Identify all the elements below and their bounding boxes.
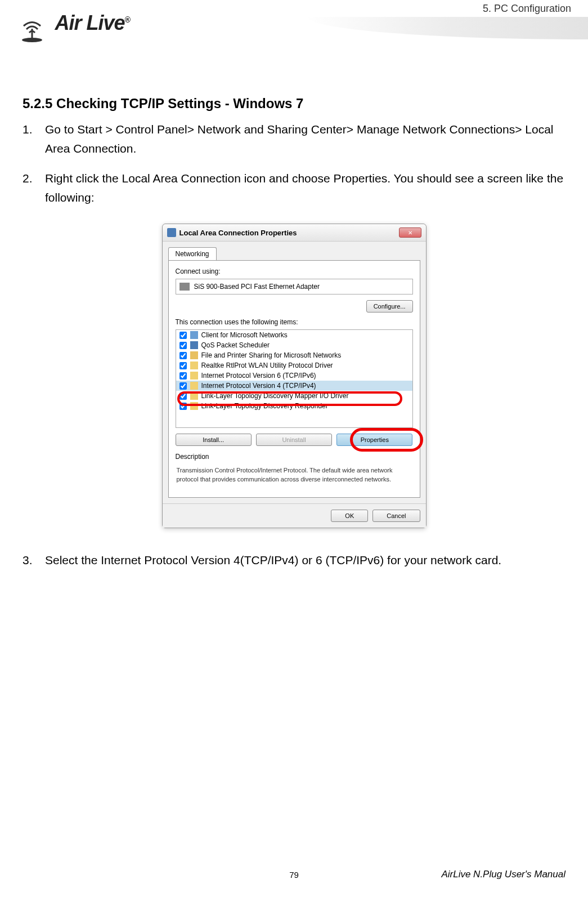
network-icon xyxy=(167,228,176,237)
logo-text: Air Live® xyxy=(55,11,129,34)
item-checkbox[interactable] xyxy=(179,403,187,410)
list-item[interactable]: Internet Protocol Version 6 (TCP/IPv6) xyxy=(176,371,412,381)
page-number: 79 xyxy=(289,870,299,880)
chapter-label: 5. PC Configuration xyxy=(483,3,571,15)
list-item[interactable]: QoS Packet Scheduler xyxy=(176,340,412,350)
item-label: Internet Protocol Version 4 (TCP/IPv4) xyxy=(201,382,316,390)
uninstall-button[interactable]: Uninstall xyxy=(256,434,332,446)
item-label: Internet Protocol Version 6 (TCP/IPv6) xyxy=(201,372,316,380)
item-label: Link-Layer Topology Discovery Mapper I/O… xyxy=(201,392,349,400)
connect-using-label: Connect using: xyxy=(176,267,413,275)
item-label: Realtke RtlProt WLAN Utility Protocol Dr… xyxy=(201,362,333,369)
configure-button[interactable]: Configure... xyxy=(366,300,413,313)
adapter-icon xyxy=(179,283,190,291)
adapter-name: SiS 900-Based PCI Fast Ethernet Adapter xyxy=(194,283,320,291)
step-number: 3. xyxy=(23,551,45,570)
list-item[interactable]: Realtke RtlProt WLAN Utility Protocol Dr… xyxy=(176,360,412,371)
logo-area: Air Live® xyxy=(17,11,130,43)
dialog-title: Local Area Connection Properties xyxy=(179,229,297,237)
item-checkbox[interactable] xyxy=(179,342,187,349)
manual-label: AirLive N.Plug User's Manual xyxy=(441,869,565,880)
dialog-titlebar: Local Area Connection Properties ✕ xyxy=(163,224,426,242)
protocol-icon xyxy=(190,372,198,380)
description-text: Transmission Control Protocol/Internet P… xyxy=(176,464,413,486)
list-item[interactable]: Link-Layer Topology Discovery Responder xyxy=(176,401,412,411)
list-item[interactable]: Client for Microsoft Networks xyxy=(176,330,412,340)
close-button[interactable]: ✕ xyxy=(399,227,421,238)
item-checkbox[interactable] xyxy=(179,362,187,369)
item-checkbox[interactable] xyxy=(179,352,187,359)
item-checkbox[interactable] xyxy=(179,332,187,339)
item-label: Client for Microsoft Networks xyxy=(201,331,288,339)
svg-point-0 xyxy=(22,38,42,42)
install-button[interactable]: Install... xyxy=(176,434,252,446)
list-item[interactable]: Link-Layer Topology Discovery Mapper I/O… xyxy=(176,391,412,401)
description-label: Description xyxy=(176,453,413,461)
step-item: 2. Right click the Local Area Connection… xyxy=(23,169,565,207)
properties-dialog: Local Area Connection Properties ✕ Netwo… xyxy=(162,224,427,528)
protocol-icon xyxy=(190,392,198,400)
logo-brand: Air Live xyxy=(55,11,124,34)
wifi-icon xyxy=(17,12,48,43)
ok-button[interactable]: OK xyxy=(331,510,368,522)
scheduler-icon xyxy=(190,341,198,349)
step-text: Right click the Local Area Connection ic… xyxy=(45,169,565,207)
header-swoosh xyxy=(307,17,588,39)
protocol-icon xyxy=(190,402,198,410)
client-icon xyxy=(190,331,198,339)
item-checkbox[interactable] xyxy=(179,382,187,390)
cancel-button[interactable]: Cancel xyxy=(372,510,420,522)
tab-networking[interactable]: Networking xyxy=(168,247,217,260)
list-item[interactable]: File and Printer Sharing for Microsoft N… xyxy=(176,350,412,360)
step-text: Go to Start > Control Panel> Network and… xyxy=(45,120,565,158)
close-icon: ✕ xyxy=(408,230,412,236)
item-label: File and Printer Sharing for Microsoft N… xyxy=(201,351,342,359)
step-item: 3. Select the Internet Protocol Version … xyxy=(23,551,565,570)
step-number: 1. xyxy=(23,120,45,158)
items-label: This connection uses the following items… xyxy=(176,318,413,326)
adapter-box: SiS 900-Based PCI Fast Ethernet Adapter xyxy=(176,279,413,294)
step-number: 2. xyxy=(23,169,45,207)
step-text: Select the Internet Protocol Version 4(T… xyxy=(45,551,565,570)
step-item: 1. Go to Start > Control Panel> Network … xyxy=(23,120,565,158)
items-list[interactable]: Client for Microsoft Networks QoS Packet… xyxy=(176,329,413,428)
section-heading: 5.2.5 Checking TCP/IP Settings - Windows… xyxy=(23,96,565,111)
protocol-icon xyxy=(190,362,198,369)
protocol-icon xyxy=(190,382,198,390)
registered-mark: ® xyxy=(125,15,130,24)
item-label: Link-Layer Topology Discovery Responder xyxy=(201,402,328,410)
properties-button[interactable]: Properties xyxy=(336,434,412,446)
list-item-selected[interactable]: Internet Protocol Version 4 (TCP/IPv4) xyxy=(176,381,412,391)
item-label: QoS Packet Scheduler xyxy=(201,341,270,349)
item-checkbox[interactable] xyxy=(179,392,187,400)
file-sharing-icon xyxy=(190,351,198,359)
item-checkbox[interactable] xyxy=(179,372,187,380)
